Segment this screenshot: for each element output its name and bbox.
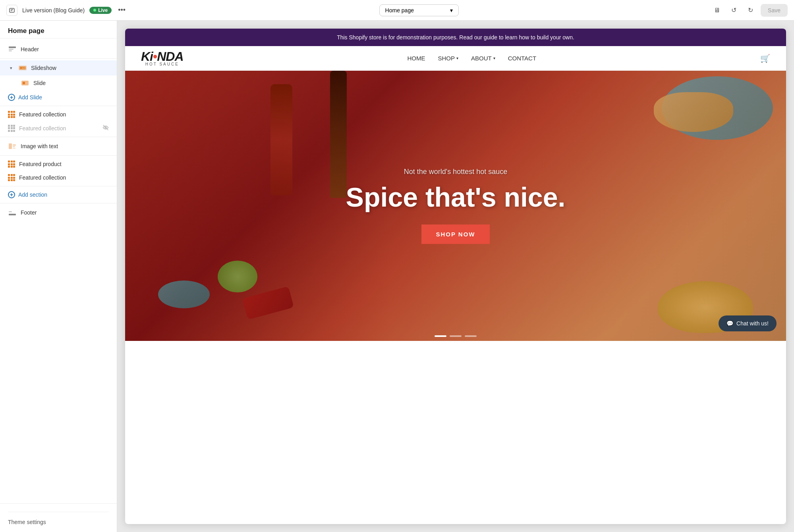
collection-icon-1 — [8, 111, 15, 118]
divider-1 — [0, 58, 117, 59]
featured-product-label: Featured product — [19, 161, 109, 167]
svg-rect-11 — [23, 82, 25, 84]
image-text-icon — [8, 142, 17, 151]
main-preview: This Shopify store is for demonstration … — [117, 21, 794, 532]
svg-rect-3 — [9, 46, 16, 48]
undo-button[interactable]: ↺ — [727, 4, 740, 17]
footer-label: Footer — [21, 209, 109, 216]
sidebar-page-title: Home page — [0, 21, 117, 39]
store-logo-sub: HOT SAUCE — [145, 62, 179, 66]
hero-title: Spice that's nice. — [346, 182, 566, 212]
collection-icon-2 — [8, 125, 15, 132]
store-banner: This Shopify store is for demonstration … — [125, 29, 786, 46]
hero-cta-button[interactable]: SHOP NOW — [421, 224, 489, 244]
live-dot — [93, 9, 96, 12]
add-section-button[interactable]: + Add section — [0, 188, 117, 201]
dot-3[interactable] — [465, 335, 477, 337]
slide-label: Slide — [33, 80, 109, 86]
about-chevron: ▾ — [493, 56, 495, 60]
sidebar-footer: Theme settings — [0, 503, 117, 532]
sidebar-item-featured-collection-3[interactable]: Featured collection — [0, 171, 117, 184]
browser-frame: This Shopify store is for demonstration … — [125, 29, 786, 524]
svg-rect-0 — [10, 8, 14, 12]
store-logo: Ki•NDA HOT SAUCE — [141, 50, 184, 66]
featured-collection-3-label: Featured collection — [19, 174, 109, 181]
add-slide-button[interactable]: + Add Slide — [0, 91, 117, 104]
header-label: Header — [21, 46, 109, 52]
featured-collection-1-label: Featured collection — [19, 111, 109, 118]
cart-icon[interactable]: 🛒 — [760, 54, 770, 63]
hero-slideshow: Not the world's hottest hot sauce Spice … — [125, 71, 786, 341]
dot-2[interactable] — [450, 335, 462, 337]
plus-icon: + — [8, 94, 15, 101]
product-icon — [8, 161, 15, 168]
sidebar-item-featured-collection-2[interactable]: Featured collection — [0, 121, 117, 135]
nav-link-about[interactable]: ABOUT ▾ — [471, 55, 495, 62]
logo-dot: • — [153, 49, 157, 64]
sidebar-item-footer[interactable]: Footer — [0, 205, 117, 220]
store-nav-links: HOME SHOP ▾ ABOUT ▾ CONTACT — [407, 55, 536, 62]
store-nav: Ki•NDA HOT SAUCE HOME SHOP ▾ ABOUT ▾ CON… — [125, 46, 786, 71]
featured-collection-2-label: Featured collection — [19, 125, 99, 132]
svg-rect-18 — [9, 211, 12, 212]
chat-label: Chat with us! — [736, 320, 769, 327]
svg-rect-5 — [9, 50, 12, 51]
slideshow-icon — [18, 64, 27, 72]
theme-settings-link[interactable]: Theme settings — [8, 519, 46, 525]
page-selector[interactable]: Home page ▾ — [379, 4, 459, 16]
live-badge: Live — [89, 7, 112, 14]
svg-rect-9 — [22, 67, 25, 68]
footer-divider — [8, 512, 109, 512]
desktop-view-button[interactable]: 🖥 — [711, 4, 723, 17]
divider-5 — [0, 186, 117, 186]
add-slide-label: Add Slide — [18, 94, 42, 101]
svg-rect-14 — [13, 145, 16, 145]
expand-arrow: ▾ — [8, 65, 14, 71]
divider-6 — [0, 203, 117, 203]
header-icon — [8, 45, 17, 54]
sidebar-item-header[interactable]: Header — [0, 42, 117, 57]
slideshow-dots — [435, 335, 477, 337]
sidebar-items: Header ▾ Slideshow Sli — [0, 39, 117, 503]
hero-subtitle: Not the world's hottest hot sauce — [404, 168, 508, 176]
save-button[interactable]: Save — [761, 4, 788, 17]
svg-rect-17 — [9, 214, 16, 215]
chat-icon: 💬 — [726, 320, 733, 327]
sidebar: Home page Header ▾ — [0, 21, 117, 532]
divider-2 — [0, 106, 117, 106]
svg-rect-16 — [13, 148, 15, 149]
nav-link-home[interactable]: HOME — [407, 55, 425, 62]
sidebar-item-featured-collection-1[interactable]: Featured collection — [0, 108, 117, 121]
nav-link-contact[interactable]: CONTACT — [508, 55, 536, 62]
toolbar-title: Live version (Blog Guide) — [22, 7, 85, 14]
add-section-label: Add section — [18, 192, 47, 198]
redo-button[interactable]: ↻ — [744, 4, 757, 17]
hero-content: Not the world's hottest hot sauce Spice … — [125, 71, 786, 341]
slideshow-label: Slideshow — [31, 65, 109, 71]
collection-icon-3 — [8, 174, 15, 181]
more-button[interactable]: ••• — [116, 6, 127, 14]
image-with-text-label: Image with text — [21, 143, 109, 149]
store-banner-text: This Shopify store is for demonstration … — [337, 34, 574, 41]
sidebar-item-slide[interactable]: Slide — [0, 75, 117, 91]
back-button[interactable] — [6, 5, 17, 16]
slide-icon — [21, 79, 29, 87]
svg-rect-15 — [13, 146, 15, 147]
svg-rect-8 — [20, 67, 22, 69]
hidden-icon — [102, 124, 109, 132]
footer-icon — [8, 208, 17, 217]
toolbar: Live version (Blog Guide) Live ••• Home … — [0, 0, 794, 21]
store-logo-text: Ki•NDA — [141, 50, 184, 63]
svg-rect-4 — [9, 49, 14, 50]
add-section-plus-icon: + — [8, 191, 15, 198]
sidebar-item-image-with-text[interactable]: Image with text — [0, 139, 117, 154]
sidebar-item-featured-product[interactable]: Featured product — [0, 157, 117, 171]
nav-link-shop[interactable]: SHOP ▾ — [438, 55, 458, 62]
dot-1[interactable] — [435, 335, 446, 337]
svg-rect-13 — [9, 143, 12, 149]
divider-3 — [0, 137, 117, 137]
sidebar-item-slideshow[interactable]: ▾ Slideshow — [0, 60, 117, 75]
chat-widget[interactable]: 💬 Chat with us! — [719, 315, 777, 331]
shop-chevron: ▾ — [456, 56, 458, 60]
toolbar-center: Home page ▾ — [132, 4, 706, 16]
